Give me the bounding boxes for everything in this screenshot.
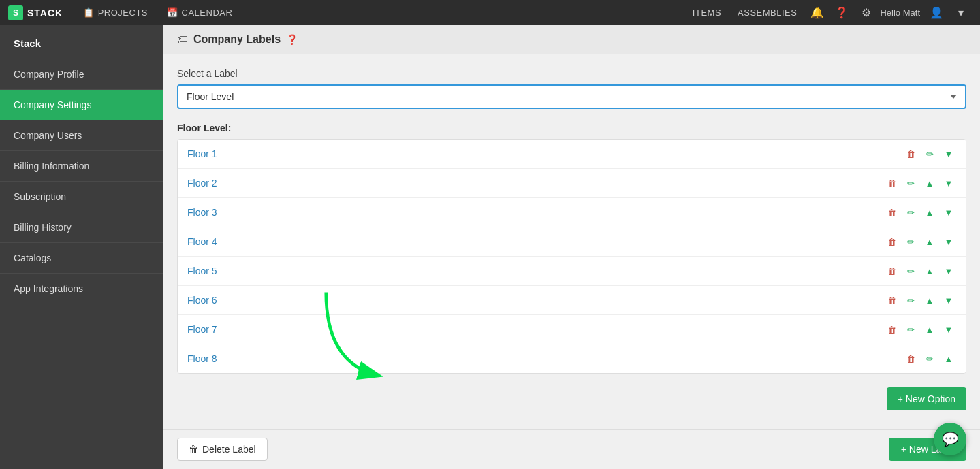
label-select-dropdown[interactable]: Floor Level Area Building Zone [177, 84, 966, 109]
trash-icon: 🗑 [189, 444, 198, 455]
delete-item-button[interactable]: 🗑 [884, 205, 899, 220]
list-item: Floor 4🗑✏▲▼ [178, 227, 966, 257]
select-label-heading: Select a Label [177, 68, 966, 79]
delete-item-button[interactable]: 🗑 [884, 293, 899, 308]
list-item: Floor 1🗑✏▼ [178, 140, 966, 169]
page-title: Company Labels [193, 33, 281, 46]
delete-item-button[interactable]: 🗑 [884, 263, 899, 278]
delete-item-button[interactable]: 🗑 [884, 176, 899, 191]
label-tag-icon: 🏷 [177, 33, 188, 46]
nav-items[interactable]: ITEMS [686, 0, 728, 25]
edit-item-button[interactable]: ✏ [922, 146, 937, 161]
logo-icon: S [8, 5, 23, 20]
delete-item-button[interactable]: 🗑 [903, 146, 918, 161]
settings-icon[interactable]: ⚙ [855, 2, 877, 24]
sidebar-title: Stack [0, 25, 163, 59]
list-item-actions: 🗑✏▲▼ [884, 176, 956, 191]
new-option-button[interactable]: + New Option [887, 387, 966, 410]
content-body: Select a Label Floor Level Area Building… [163, 54, 980, 429]
delete-item-button[interactable]: 🗑 [884, 234, 899, 249]
list-item: Floor 5🗑✏▲▼ [178, 257, 966, 286]
list-item-actions: 🗑✏▲▼ [884, 322, 956, 337]
move-up-button[interactable]: ▲ [922, 176, 937, 191]
list-item-actions: 🗑✏▲▼ [884, 263, 956, 278]
edit-item-button[interactable]: ✏ [903, 293, 918, 308]
move-down-button[interactable]: ▼ [941, 146, 956, 161]
list-item-label: Floor 5 [187, 265, 884, 276]
move-up-button[interactable]: ▲ [941, 351, 956, 366]
chat-fab-button[interactable]: 💬 [934, 423, 966, 455]
move-down-button[interactable]: ▼ [941, 176, 956, 191]
user-avatar-icon[interactable]: 👤 [926, 2, 947, 24]
section-title: Floor Level: [177, 123, 966, 133]
sidebar-item-company-settings[interactable]: Company Settings [0, 90, 163, 120]
nav-projects[interactable]: 📋 PROJECTS [74, 0, 157, 25]
delete-item-button[interactable]: 🗑 [884, 322, 899, 337]
list-item-label: Floor 8 [187, 353, 903, 364]
nav-assemblies[interactable]: ASSEMBLIES [731, 0, 804, 25]
move-down-button[interactable]: ▼ [941, 205, 956, 220]
sidebar-item-app-integrations[interactable]: App Integrations [0, 274, 163, 304]
delete-item-button[interactable]: 🗑 [903, 351, 918, 366]
move-up-button[interactable]: ▲ [922, 234, 937, 249]
list-item-label: Floor 4 [187, 236, 884, 247]
list-item-label: Floor 2 [187, 178, 884, 189]
page-header: 🏷 Company Labels ❓ [163, 25, 980, 54]
help-circle-icon[interactable]: ❓ [286, 34, 298, 45]
edit-item-button[interactable]: ✏ [922, 351, 937, 366]
chat-icon: 💬 [942, 431, 959, 447]
top-navigation: S STACK 📋 PROJECTS 📅 CALENDAR ITEMS ASSE… [0, 0, 980, 25]
edit-item-button[interactable]: ✏ [903, 234, 918, 249]
sidebar-item-billing-history[interactable]: Billing History [0, 212, 163, 243]
arrow-indicator-1 [163, 68, 177, 129]
user-menu-chevron[interactable]: ▾ [950, 2, 972, 24]
move-up-button[interactable]: ▲ [922, 293, 937, 308]
list-item-label: Floor 6 [187, 295, 884, 306]
move-up-button[interactable]: ▲ [922, 322, 937, 337]
list-item: Floor 7🗑✏▲▼ [178, 315, 966, 344]
list-item-label: Floor 3 [187, 207, 884, 218]
move-down-button[interactable]: ▼ [941, 263, 956, 278]
user-greeting: Hello Matt [880, 7, 920, 18]
main-content: 🏷 Company Labels ❓ Select a Label Floor … [163, 25, 980, 469]
main-layout: Stack Company Profile Company Settings C… [0, 25, 980, 469]
list-item: Floor 6🗑✏▲▼ [178, 286, 966, 315]
sidebar-item-subscription[interactable]: Subscription [0, 182, 163, 212]
nav-calendar[interactable]: 📅 CALENDAR [157, 0, 242, 25]
list-item-label: Floor 7 [187, 324, 884, 335]
bottom-bar: 🗑 Delete Label + New Label [163, 429, 980, 469]
sidebar-item-billing-information[interactable]: Billing Information [0, 151, 163, 182]
sidebar: Stack Company Profile Company Settings C… [0, 25, 163, 469]
move-up-button[interactable]: ▲ [922, 205, 937, 220]
edit-item-button[interactable]: ✏ [903, 176, 918, 191]
list-item-actions: 🗑✏▲▼ [884, 234, 956, 249]
list-item-actions: 🗑✏▲▼ [884, 205, 956, 220]
move-down-button[interactable]: ▼ [941, 234, 956, 249]
edit-item-button[interactable]: ✏ [903, 322, 918, 337]
projects-icon: 📋 [83, 7, 95, 18]
delete-label-button[interactable]: 🗑 Delete Label [177, 438, 268, 461]
move-down-button[interactable]: ▼ [941, 322, 956, 337]
notifications-icon[interactable]: 🔔 [806, 2, 828, 24]
calendar-icon: 📅 [167, 7, 178, 18]
list-item: Floor 2🗑✏▲▼ [178, 169, 966, 198]
list-item-actions: 🗑✏▲ [903, 351, 956, 366]
edit-item-button[interactable]: ✏ [903, 205, 918, 220]
help-icon[interactable]: ❓ [831, 2, 853, 24]
logo[interactable]: S STACK [8, 5, 63, 20]
edit-item-button[interactable]: ✏ [903, 263, 918, 278]
list-item-label: Floor 1 [187, 148, 903, 159]
list-item-actions: 🗑✏▲▼ [884, 293, 956, 308]
list-item-actions: 🗑✏▼ [903, 146, 956, 161]
move-down-button[interactable]: ▼ [941, 293, 956, 308]
sidebar-item-company-profile[interactable]: Company Profile [0, 59, 163, 90]
sidebar-item-catalogs[interactable]: Catalogs [0, 243, 163, 274]
topnav-right: ITEMS ASSEMBLIES 🔔 ❓ ⚙ Hello Matt 👤 ▾ [686, 0, 972, 25]
move-up-button[interactable]: ▲ [922, 263, 937, 278]
list-item: Floor 3🗑✏▲▼ [178, 198, 966, 227]
list-item: Floor 8🗑✏▲ [178, 344, 966, 373]
floor-list: Floor 1🗑✏▼Floor 2🗑✏▲▼Floor 3🗑✏▲▼Floor 4🗑… [177, 139, 966, 374]
logo-text: STACK [27, 7, 63, 18]
sidebar-item-company-users[interactable]: Company Users [0, 120, 163, 151]
